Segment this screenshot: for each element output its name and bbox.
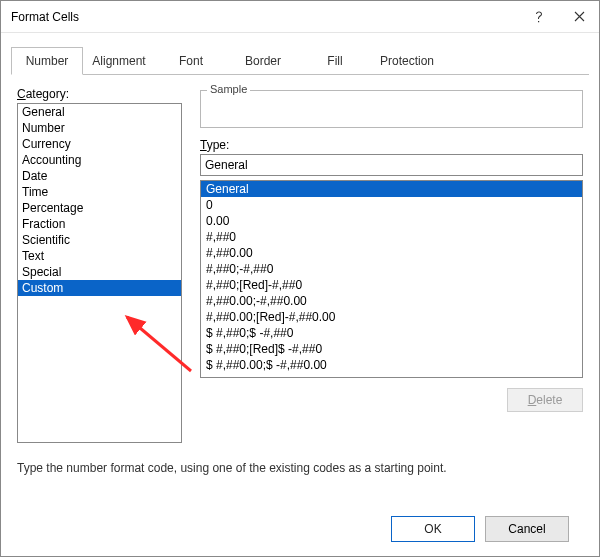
type-option[interactable]: #,##0.00;-#,##0.00	[201, 293, 582, 309]
category-item[interactable]: Date	[18, 168, 181, 184]
hint-text: Type the number format code, using one o…	[17, 461, 583, 475]
format-cells-dialog: Format Cells NumberAlignmentFontBorderFi…	[0, 0, 600, 557]
type-option[interactable]: #,##0;-#,##0	[201, 261, 582, 277]
sample-label: Sample	[207, 83, 250, 95]
category-item[interactable]: Time	[18, 184, 181, 200]
type-option[interactable]: #,##0.00;[Red]-#,##0.00	[201, 309, 582, 325]
tab-underline	[11, 74, 589, 75]
close-icon	[574, 11, 585, 22]
category-item[interactable]: Scientific	[18, 232, 181, 248]
category-item[interactable]: Special	[18, 264, 181, 280]
detail-column: Sample Type: General00.00#,##0#,##0.00#,…	[200, 87, 583, 443]
category-listbox[interactable]: GeneralNumberCurrencyAccountingDateTimeP…	[17, 103, 182, 443]
type-label: Type:	[200, 138, 583, 152]
sample-box: Sample	[200, 90, 583, 128]
type-option[interactable]: $ #,##0;$ -#,##0	[201, 325, 582, 341]
help-icon	[534, 10, 544, 24]
dialog-footer: OK Cancel	[17, 516, 583, 556]
tab-number[interactable]: Number	[11, 47, 83, 75]
type-option[interactable]: $ #,##0;[Red]$ -#,##0	[201, 341, 582, 357]
type-option[interactable]: 0.00	[201, 213, 582, 229]
category-item[interactable]: General	[18, 104, 181, 120]
type-option[interactable]: #,##0;[Red]-#,##0	[201, 277, 582, 293]
type-option[interactable]: #,##0.00	[201, 245, 582, 261]
titlebar: Format Cells	[1, 1, 599, 33]
delete-button-label: Delete	[528, 393, 563, 407]
tab-border[interactable]: Border	[227, 47, 299, 75]
close-button[interactable]	[559, 1, 599, 33]
type-option[interactable]: 0	[201, 197, 582, 213]
type-listbox[interactable]: General00.00#,##0#,##0.00#,##0;-#,##0#,#…	[200, 180, 583, 378]
tab-protection[interactable]: Protection	[371, 47, 443, 75]
category-item[interactable]: Custom	[18, 280, 181, 296]
help-button[interactable]	[519, 1, 559, 33]
category-item[interactable]: Percentage	[18, 200, 181, 216]
cancel-label: Cancel	[508, 522, 545, 536]
delete-button: Delete	[507, 388, 583, 412]
delete-row: Delete	[200, 388, 583, 412]
type-option[interactable]: #,##0	[201, 229, 582, 245]
category-label: Category:	[17, 87, 182, 101]
tab-fill[interactable]: Fill	[299, 47, 371, 75]
category-item[interactable]: Currency	[18, 136, 181, 152]
ok-label: OK	[424, 522, 441, 536]
dialog-title: Format Cells	[11, 10, 519, 24]
category-item[interactable]: Number	[18, 120, 181, 136]
type-input[interactable]	[200, 154, 583, 176]
type-option[interactable]: $ #,##0.00;$ -#,##0.00	[201, 357, 582, 373]
ok-button[interactable]: OK	[391, 516, 475, 542]
tab-font[interactable]: Font	[155, 47, 227, 75]
category-item[interactable]: Fraction	[18, 216, 181, 232]
type-option[interactable]: General	[201, 181, 582, 197]
cancel-button[interactable]: Cancel	[485, 516, 569, 542]
tab-alignment[interactable]: Alignment	[83, 47, 155, 75]
tab-strip: NumberAlignmentFontBorderFillProtection	[11, 47, 589, 75]
category-item[interactable]: Accounting	[18, 152, 181, 168]
category-item[interactable]: Text	[18, 248, 181, 264]
main-row: Category: GeneralNumberCurrencyAccountin…	[17, 87, 583, 443]
category-column: Category: GeneralNumberCurrencyAccountin…	[17, 87, 182, 443]
dialog-body: Category: GeneralNumberCurrencyAccountin…	[1, 75, 599, 556]
